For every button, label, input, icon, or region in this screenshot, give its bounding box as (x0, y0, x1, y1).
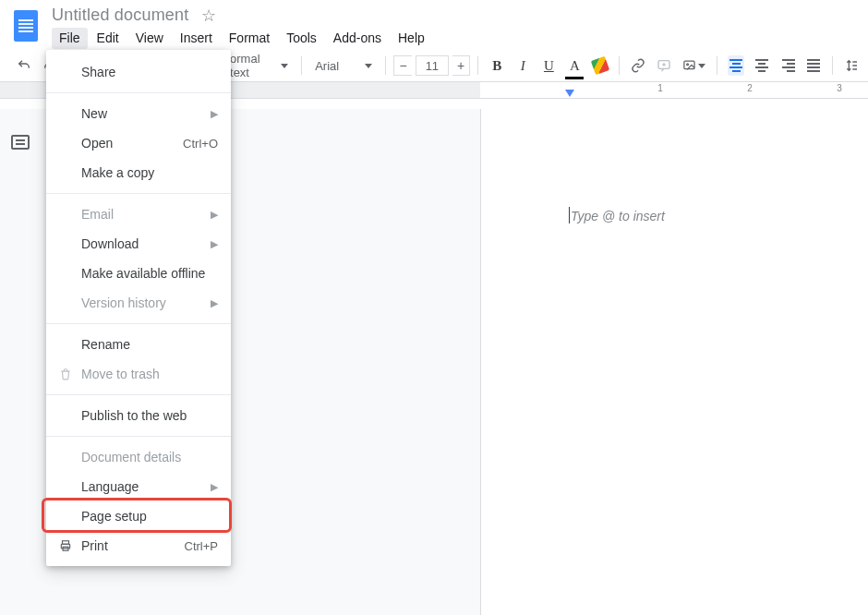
label: Share (81, 65, 115, 79)
align-justify-button[interactable] (802, 54, 825, 78)
show-outline-button[interactable] (11, 135, 30, 150)
bold-button[interactable]: B (486, 54, 508, 78)
label: New (81, 106, 107, 121)
menu-item-language[interactable]: Language▶ (46, 472, 231, 501)
add-comment-button[interactable] (653, 54, 675, 78)
menu-item-print[interactable]: Print Ctrl+P (46, 531, 231, 561)
menu-item-publish[interactable]: Publish to the web (46, 401, 231, 430)
indent-marker-icon[interactable] (565, 90, 574, 97)
menu-item-open[interactable]: OpenCtrl+O (46, 128, 231, 158)
page-placeholder: Type @ to insert (571, 209, 665, 223)
label: Open (81, 136, 113, 151)
document-page[interactable]: Type @ to insert (480, 109, 868, 615)
menu-format[interactable]: Format (222, 28, 277, 49)
ruler-number: 2 (747, 83, 753, 93)
label: Document details (81, 450, 181, 464)
align-right-icon (780, 59, 795, 72)
svg-point-2 (687, 64, 689, 66)
label: Email (81, 207, 114, 222)
font-size-decrease[interactable]: − (393, 55, 412, 76)
menu-item-email[interactable]: Email▶ (46, 199, 231, 229)
align-right-button[interactable] (777, 54, 799, 78)
label: Version history (81, 295, 166, 310)
menu-help[interactable]: Help (391, 28, 432, 49)
underline-button[interactable]: U (537, 54, 560, 78)
outline-icon (11, 135, 30, 150)
star-icon[interactable]: ☆ (201, 7, 216, 24)
submenu-arrow-icon: ▶ (211, 238, 218, 250)
chevron-down-icon (365, 64, 372, 68)
menu-item-share[interactable]: Share (46, 57, 231, 87)
label: Move to trash (81, 367, 160, 381)
submenu-arrow-icon: ▶ (211, 481, 218, 493)
menu-item-version-history[interactable]: Version history▶ (46, 288, 231, 318)
menu-item-page-setup[interactable]: Page setup (46, 501, 231, 531)
highlighter-icon (591, 56, 610, 76)
menu-edit[interactable]: Edit (90, 28, 127, 49)
menu-item-make-offline[interactable]: Make available offline (46, 259, 231, 288)
menu-item-rename[interactable]: Rename (46, 330, 231, 359)
shortcut: Ctrl+O (183, 137, 218, 151)
align-left-button[interactable] (725, 54, 747, 78)
insert-image-button[interactable] (679, 54, 709, 78)
docs-logo-icon (14, 10, 38, 42)
separator (46, 436, 231, 437)
menu-file[interactable]: File (52, 28, 88, 49)
italic-button[interactable]: I (512, 54, 534, 78)
align-left-icon (728, 55, 744, 76)
separator (717, 56, 717, 75)
font-size-increase[interactable]: + (452, 55, 471, 76)
menu-item-make-copy[interactable]: Make a copy (46, 158, 231, 187)
font-family-select[interactable]: Arial (309, 54, 378, 78)
submenu-arrow-icon: ▶ (211, 297, 218, 309)
align-justify-icon (806, 59, 821, 72)
label: Publish to the web (81, 408, 187, 423)
separator (477, 56, 478, 75)
label: Print (81, 538, 108, 553)
insert-link-button[interactable] (627, 54, 649, 78)
menu-item-document-details[interactable]: Document details (46, 442, 231, 472)
text-color-button[interactable]: A (563, 54, 585, 78)
label: Download (81, 236, 139, 251)
menu-view[interactable]: View (128, 28, 171, 49)
file-menu-dropdown: Share New▶ OpenCtrl+O Make a copy Email▶… (46, 50, 231, 566)
docs-logo[interactable] (7, 7, 44, 44)
menu-insert[interactable]: Insert (173, 28, 220, 49)
label: Page setup (81, 509, 147, 524)
ruler-number: 3 (837, 83, 842, 93)
print-icon (57, 539, 74, 552)
font-family-label: Arial (315, 59, 339, 73)
menu-tools[interactable]: Tools (279, 28, 324, 49)
separator (301, 56, 302, 75)
header: Untitled document ☆ File Edit View Inser… (0, 0, 868, 49)
align-center-icon (754, 59, 769, 72)
label: Language (81, 479, 139, 494)
highlight-color-button[interactable] (589, 54, 611, 78)
menubar: File Edit View Insert Format Tools Add-o… (52, 28, 432, 49)
paragraph-style-select[interactable]: ormal text (224, 54, 294, 78)
paragraph-style-label: ormal text (230, 52, 275, 79)
undo-button[interactable] (13, 54, 35, 78)
line-spacing-button[interactable] (840, 54, 862, 78)
separator (832, 56, 833, 75)
trash-icon (57, 368, 74, 380)
separator (619, 56, 620, 75)
document-title[interactable]: Untitled document (52, 6, 188, 25)
separator (385, 56, 386, 75)
menu-item-new[interactable]: New▶ (46, 99, 231, 128)
chevron-down-icon (698, 64, 705, 68)
menu-item-move-to-trash[interactable]: Move to trash (46, 359, 231, 389)
chevron-down-icon (281, 64, 288, 68)
submenu-arrow-icon: ▶ (211, 108, 218, 120)
label: Rename (81, 337, 130, 352)
label: Make available offline (81, 266, 205, 281)
label: Make a copy (81, 165, 154, 180)
menu-item-download[interactable]: Download▶ (46, 229, 231, 259)
align-center-button[interactable] (751, 54, 773, 78)
text-cursor (569, 207, 570, 223)
ruler-number: 1 (657, 83, 663, 93)
submenu-arrow-icon: ▶ (211, 209, 218, 221)
font-size-input[interactable]: 11 (416, 55, 449, 76)
menu-addons[interactable]: Add-ons (326, 28, 389, 49)
separator (46, 193, 231, 194)
